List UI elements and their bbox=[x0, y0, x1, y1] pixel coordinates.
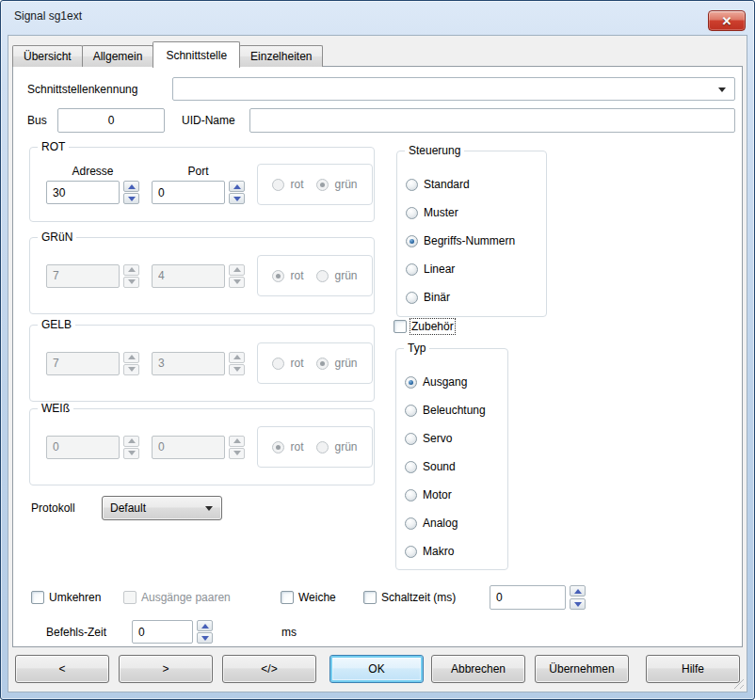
zubehoer-checkbox[interactable]: Zubehör bbox=[394, 320, 454, 333]
bus-field[interactable] bbox=[57, 108, 165, 133]
uid-name-field[interactable] bbox=[249, 108, 735, 133]
spin-up-button bbox=[229, 352, 245, 363]
tab-allgemein[interactable]: Allgemein bbox=[82, 45, 154, 67]
help-button[interactable]: Hilfe bbox=[646, 655, 740, 683]
protokoll-label: Protokoll bbox=[31, 501, 75, 515]
spin-up-button bbox=[123, 352, 139, 363]
rot-gruen-box: rot grün bbox=[257, 164, 373, 205]
radio-label: grün bbox=[334, 269, 357, 282]
spin-up-icon bbox=[574, 589, 582, 594]
rot-adresse-field[interactable] bbox=[46, 181, 120, 204]
radio-icon bbox=[405, 489, 417, 501]
spin-down-icon bbox=[128, 197, 136, 201]
schnittstellenkennung-combobox[interactable] bbox=[172, 77, 735, 101]
apply-button[interactable]: Übernehmen bbox=[535, 655, 629, 683]
weiche-checkbox[interactable]: Weiche bbox=[281, 591, 336, 604]
spin-down-button bbox=[123, 364, 139, 375]
spin-down-icon bbox=[233, 279, 241, 284]
spin-up-button[interactable] bbox=[197, 620, 213, 631]
schaltzeit-label: Schaltzeit (ms) bbox=[381, 591, 456, 604]
rot-gruen-box: rot grün bbox=[257, 255, 373, 296]
radio-label: Ausgang bbox=[423, 375, 467, 389]
radio-label: rot bbox=[290, 178, 303, 191]
ok-button[interactable]: OK bbox=[329, 655, 424, 683]
spin-up-button[interactable] bbox=[229, 181, 245, 192]
radio-icon bbox=[405, 376, 417, 389]
spin-up-icon bbox=[128, 438, 136, 443]
spin-up-button[interactable] bbox=[570, 585, 586, 597]
spin-up-button bbox=[229, 436, 245, 447]
radio-ausgang[interactable]: Ausgang bbox=[405, 368, 506, 396]
ausgaenge-paaren-label: Ausgänge paaren bbox=[141, 591, 231, 604]
radio-makro[interactable]: Makro bbox=[405, 537, 506, 565]
gruen-port-field bbox=[152, 264, 225, 288]
radio-binaer[interactable]: Binär bbox=[406, 283, 544, 311]
radio-motor[interactable]: Motor bbox=[405, 481, 506, 509]
group-typ: Typ Ausgang Beleuchtung Servo Sound Moto… bbox=[395, 348, 508, 570]
spin-up-icon bbox=[128, 184, 136, 189]
protokoll-dropdown[interactable]: Default bbox=[102, 496, 222, 520]
radio-begriffs-nummern[interactable]: Begriffs-Nummern bbox=[406, 227, 544, 255]
spin-down-button[interactable] bbox=[570, 598, 586, 610]
spin-up-icon bbox=[233, 438, 241, 443]
schaltzeit-checkbox[interactable]: Schaltzeit (ms) bbox=[363, 591, 456, 604]
radio-rot[interactable]: rot bbox=[272, 178, 303, 191]
cancel-button[interactable]: Abbrechen bbox=[431, 655, 525, 683]
spin-down-button[interactable] bbox=[123, 193, 139, 204]
radio-label: grün bbox=[334, 178, 357, 191]
spin-down-icon bbox=[128, 451, 136, 455]
radio-gruen[interactable]: grün bbox=[316, 178, 357, 191]
radio-label: rot bbox=[290, 269, 303, 282]
radio-label: Beleuchtung bbox=[423, 404, 486, 417]
radio-icon bbox=[405, 405, 417, 417]
port-label: Port bbox=[187, 165, 208, 178]
spin-up-icon bbox=[128, 267, 136, 272]
schaltzeit-field[interactable] bbox=[490, 585, 566, 610]
radio-standard[interactable]: Standard bbox=[406, 170, 544, 199]
rot-port-field[interactable] bbox=[152, 181, 225, 204]
group-steuerung: Steuerung Standard Muster Begriffs-Numme… bbox=[396, 151, 547, 317]
gelb-adresse-field bbox=[46, 352, 120, 375]
radio-servo[interactable]: Servo bbox=[405, 424, 506, 453]
spin-down-button bbox=[229, 277, 245, 288]
radio-analog[interactable]: Analog bbox=[405, 509, 506, 537]
spin-down-icon bbox=[233, 367, 241, 372]
radio-icon bbox=[272, 270, 284, 282]
close-button[interactable]: ✕ bbox=[708, 10, 746, 31]
radio-rot: rot bbox=[272, 357, 303, 370]
radio-icon bbox=[406, 263, 418, 276]
tab-einzelheiten[interactable]: Einzelheiten bbox=[239, 45, 323, 67]
spin-up-button[interactable] bbox=[123, 181, 139, 192]
spin-up-icon bbox=[233, 267, 241, 272]
befehls-zeit-field[interactable] bbox=[132, 620, 193, 644]
weiche-label: Weiche bbox=[298, 591, 336, 604]
window-title: Signal sg1ext bbox=[14, 9, 82, 23]
radio-icon bbox=[316, 441, 329, 453]
prev-button[interactable]: < bbox=[15, 655, 109, 683]
radio-rot: rot bbox=[272, 269, 303, 282]
title-bar[interactable]: Signal sg1ext ✕ bbox=[1, 1, 754, 35]
radio-beleuchtung[interactable]: Beleuchtung bbox=[405, 396, 506, 424]
spin-down-button[interactable] bbox=[229, 193, 245, 204]
checkbox-icon bbox=[281, 591, 294, 604]
radio-icon bbox=[272, 358, 284, 370]
radio-label: grün bbox=[334, 357, 357, 370]
radio-sound[interactable]: Sound bbox=[405, 453, 506, 481]
radio-muster[interactable]: Muster bbox=[406, 199, 544, 227]
tab-uebersicht[interactable]: Übersicht bbox=[12, 45, 83, 67]
tab-schnittstelle[interactable]: Schnittstelle bbox=[153, 41, 240, 68]
radio-linear[interactable]: Linear bbox=[406, 255, 544, 283]
radio-label: Muster bbox=[424, 206, 458, 219]
spin-up-button bbox=[123, 436, 139, 447]
befehls-zeit-label: Befehls-Zeit bbox=[46, 626, 106, 639]
radio-label: Standard bbox=[424, 178, 470, 191]
radio-label: Sound bbox=[423, 460, 456, 473]
next-button[interactable]: > bbox=[119, 655, 213, 683]
code-button[interactable]: </> bbox=[222, 655, 316, 683]
radio-label: Makro bbox=[423, 545, 454, 558]
umkehren-checkbox[interactable]: Umkehren bbox=[31, 591, 101, 604]
radio-icon bbox=[405, 433, 417, 445]
spin-down-button[interactable] bbox=[197, 632, 213, 644]
dropdown-arrow-icon[interactable] bbox=[718, 88, 726, 92]
checkbox-icon bbox=[123, 591, 137, 604]
